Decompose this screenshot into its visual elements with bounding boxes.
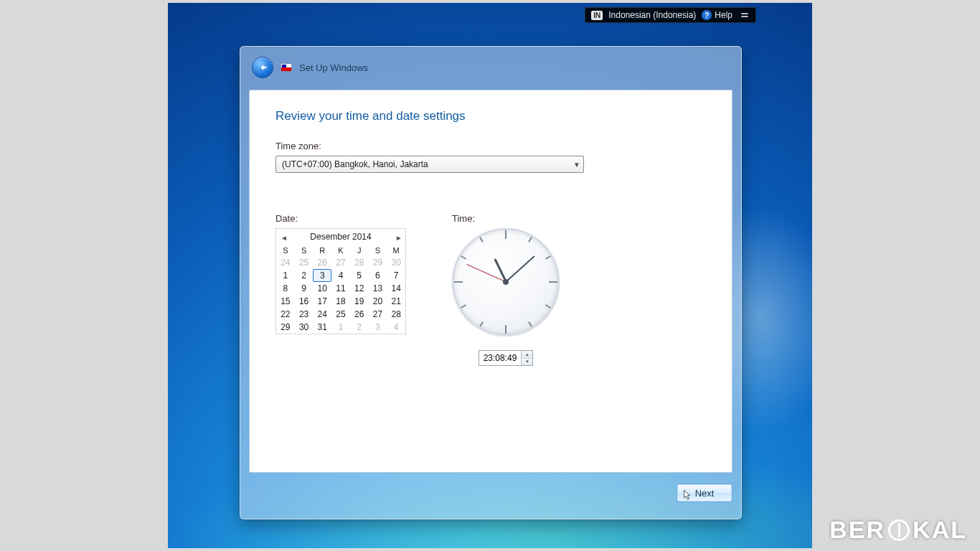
calendar-day[interactable]: 8 — [276, 282, 295, 295]
calendar-day[interactable]: 23 — [295, 308, 314, 321]
calendar-day[interactable]: 14 — [387, 282, 405, 295]
time-value[interactable]: 23:08:49 — [479, 351, 522, 365]
watermark-orb-icon — [888, 519, 910, 541]
window-titlebar: Set Up Windows — [240, 47, 741, 85]
calendar-day[interactable]: 10 — [313, 282, 331, 295]
calendar-day[interactable]: 28 — [387, 308, 405, 321]
calendar-day[interactable]: 13 — [369, 282, 387, 295]
clock-tick — [479, 321, 484, 327]
analog-clock — [452, 228, 560, 336]
time-label: Time: — [452, 213, 560, 224]
time-spin-down[interactable]: ▼ — [522, 359, 532, 366]
clock-tick — [505, 325, 507, 334]
windows-flag-icon — [281, 63, 292, 72]
calendar-day[interactable]: 27 — [369, 308, 387, 321]
calendar-day[interactable]: 19 — [350, 295, 369, 308]
calendar-day[interactable]: 29 — [276, 321, 295, 334]
calendar-day[interactable]: 25 — [331, 308, 350, 321]
cursor-icon — [683, 489, 693, 501]
calendar-day: 26 — [313, 256, 331, 269]
watermark: BERKAL — [829, 516, 967, 544]
chevron-down-icon: ▼ — [573, 161, 580, 169]
time-spinner[interactable]: 23:08:49 ▲ ▼ — [479, 350, 534, 366]
date-section: Date: ◄ Desember 2014 ► SSRKJSM242526272… — [275, 213, 406, 366]
calendar-day[interactable]: 22 — [276, 308, 295, 321]
clock-minute-hand — [505, 255, 534, 283]
window-title: Set Up Windows — [299, 62, 368, 73]
calendar-day[interactable]: 12 — [350, 282, 369, 295]
calendar-dow: K — [331, 245, 350, 256]
clock-tick — [549, 281, 557, 283]
calendar-day: 24 — [276, 256, 295, 269]
calendar-dow: S — [276, 245, 295, 256]
content-panel: Review your time and date settings Time … — [249, 90, 732, 473]
next-button[interactable]: Next — [677, 484, 732, 502]
calendar-day[interactable]: 30 — [295, 321, 314, 334]
timezone-select[interactable]: (UTC+07:00) Bangkok, Hanoi, Jakarta ▼ — [275, 156, 584, 173]
clock-tick — [454, 281, 463, 283]
calendar-day[interactable]: 15 — [276, 295, 295, 308]
next-button-label: Next — [695, 488, 715, 499]
calendar-day[interactable]: 26 — [350, 308, 369, 321]
calendar[interactable]: ◄ Desember 2014 ► SSRKJSM242526272829301… — [275, 228, 406, 334]
calendar-day: 4 — [387, 321, 405, 334]
back-arrow-icon — [257, 62, 268, 73]
calendar-day: 2 — [350, 321, 369, 334]
clock-tick — [545, 304, 551, 309]
timezone-label: Time zone: — [275, 141, 706, 151]
calendar-dow: R — [313, 245, 331, 256]
calendar-dow: S — [369, 245, 387, 256]
clock-pivot — [503, 279, 509, 285]
help-label: Help — [715, 10, 732, 20]
calendar-day[interactable]: 4 — [331, 269, 350, 282]
date-label: Date: — [275, 213, 406, 224]
language-code-badge: IN — [591, 11, 603, 20]
calendar-prev-icon[interactable]: ◄ — [281, 234, 286, 240]
calendar-day[interactable]: 5 — [350, 269, 369, 282]
calendar-day[interactable]: 24 — [313, 308, 331, 321]
clock-tick — [528, 237, 532, 242]
language-bar[interactable]: IN Indonesian (Indonesia) ? Help — [585, 7, 756, 23]
language-name: Indonesian (Indonesia) — [608, 10, 696, 20]
calendar-day[interactable]: 21 — [387, 295, 405, 308]
calendar-day[interactable]: 3 — [313, 269, 331, 282]
calendar-day[interactable]: 31 — [313, 321, 331, 334]
calendar-day[interactable]: 6 — [369, 269, 387, 282]
calendar-day: 27 — [331, 256, 350, 269]
clock-tick — [461, 255, 466, 260]
calendar-day[interactable]: 1 — [276, 269, 295, 282]
clock-tick — [505, 230, 507, 239]
calendar-day: 25 — [295, 256, 314, 269]
calendar-day[interactable]: 11 — [331, 282, 350, 295]
calendar-dow: J — [350, 245, 369, 256]
calendar-day: 28 — [350, 256, 369, 269]
calendar-dow: S — [295, 245, 314, 256]
clock-tick — [461, 304, 466, 309]
help-link[interactable]: ? Help — [702, 10, 732, 20]
window-footer: Next — [249, 479, 732, 507]
calendar-day[interactable]: 16 — [295, 295, 314, 308]
time-spin-up[interactable]: ▲ — [522, 351, 532, 359]
time-section: Time: 23:08:49 ▲ ▼ — [452, 213, 560, 366]
setup-window: Set Up Windows Review your time and date… — [240, 46, 742, 519]
calendar-day: 30 — [387, 256, 405, 269]
calendar-day: 3 — [369, 321, 387, 334]
clock-tick — [479, 237, 484, 242]
calendar-day[interactable]: 18 — [331, 295, 350, 308]
page-heading: Review your time and date settings — [275, 109, 706, 123]
calendar-day[interactable]: 7 — [387, 269, 405, 282]
timezone-value: (UTC+07:00) Bangkok, Hanoi, Jakarta — [282, 159, 428, 169]
calendar-day[interactable]: 2 — [295, 269, 314, 282]
calendar-next-icon[interactable]: ► — [395, 234, 401, 240]
calendar-day[interactable]: 17 — [313, 295, 331, 308]
clock-tick — [545, 255, 551, 260]
options-handle-icon[interactable] — [741, 13, 748, 17]
calendar-day[interactable]: 20 — [369, 295, 387, 308]
calendar-month-label: Desember 2014 — [310, 232, 371, 242]
calendar-day[interactable]: 9 — [295, 282, 314, 295]
calendar-dow: M — [387, 245, 405, 256]
desktop-background: IN Indonesian (Indonesia) ? Help Set Up … — [168, 3, 812, 548]
clock-tick — [528, 321, 532, 327]
calendar-day: 29 — [369, 256, 387, 269]
back-button[interactable] — [252, 57, 273, 78]
